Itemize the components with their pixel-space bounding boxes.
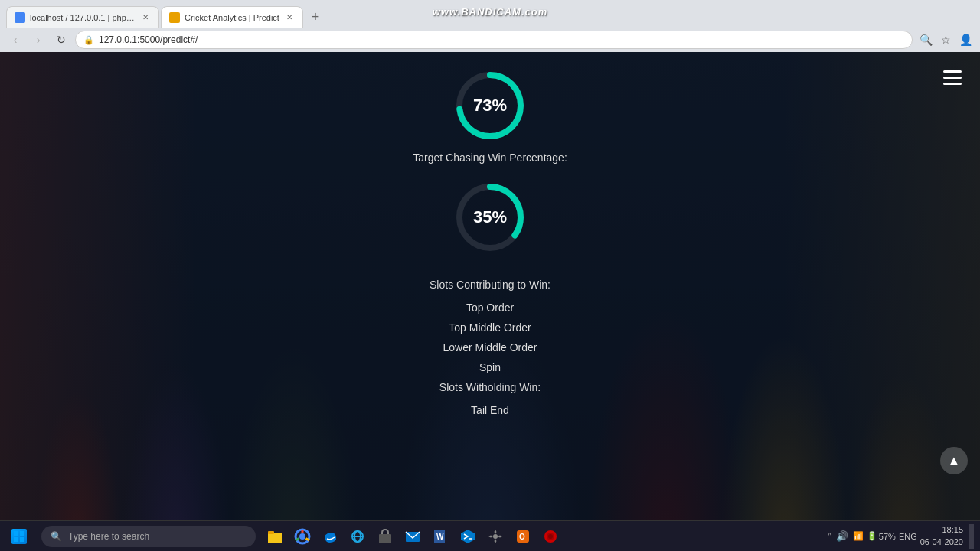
hamburger-menu[interactable] <box>937 64 968 91</box>
svg-rect-2 <box>14 537 18 542</box>
cricket-tab-label: Cricket Analytics | Predict <box>185 13 279 22</box>
spin-item: Spin <box>479 361 501 373</box>
vscode-icon <box>459 528 476 545</box>
taskbar-search-text: Type here to search <box>68 531 149 542</box>
bandicam-watermark: www.BANDICAM.com <box>433 6 548 18</box>
svg-rect-3 <box>20 537 24 542</box>
windows-icon <box>11 529 27 544</box>
slots-witholding-label: Slots Witholding Win: <box>439 381 541 393</box>
store-icon <box>377 528 394 545</box>
taskbar-app-word[interactable]: W <box>427 523 453 549</box>
taskbar-app-orange[interactable]: O <box>510 523 536 549</box>
hamburger-line-2 <box>943 77 962 79</box>
forward-button[interactable]: › <box>29 31 47 49</box>
taskbar-app-mail[interactable] <box>400 523 426 549</box>
mail-icon <box>404 528 421 545</box>
lower-middle-order-item: Lower Middle Order <box>443 341 537 354</box>
phpmyadmin-tab-close[interactable]: ✕ <box>140 12 151 23</box>
taskbar-app-settings[interactable] <box>482 523 508 549</box>
svg-text:W: W <box>436 533 444 541</box>
url-bar[interactable]: 🔒 127.0.0.1:5000/predict#/ <box>75 31 913 49</box>
account-icon[interactable]: 👤 <box>957 31 974 48</box>
tab-phpmyadmin[interactable]: localhost / 127.0.0.1 | phpMyA... ✕ <box>6 6 159 28</box>
back-button[interactable]: ‹ <box>6 31 24 49</box>
slots-contributing-label: Slots Contributing to Win: <box>430 279 550 291</box>
taskbar-app-ie[interactable] <box>345 523 371 549</box>
tab-cricket-analytics[interactable]: Cricket Analytics | Predict ✕ <box>161 6 303 28</box>
language-indicator: ENG <box>899 532 917 541</box>
circle-73-percent: 73% <box>473 96 507 116</box>
search-icon[interactable]: 🔍 <box>917 31 934 48</box>
file-explorer-icon <box>266 528 283 545</box>
start-button[interactable] <box>0 521 38 551</box>
circle-35-percent: 35% <box>473 207 507 227</box>
phpmyadmin-tab-label: localhost / 127.0.0.1 | phpMyA... <box>30 13 136 22</box>
svg-rect-0 <box>14 531 18 536</box>
ie-icon <box>349 528 366 545</box>
reload-button[interactable]: ↻ <box>52 31 70 49</box>
circle-73-label: Target Chasing Win Percentage: <box>413 152 567 164</box>
taskbar-app-edge[interactable] <box>317 523 343 549</box>
svg-rect-1 <box>20 531 24 536</box>
chevron-icon[interactable]: ^ <box>828 532 831 540</box>
word-icon: W <box>432 528 449 545</box>
url-text: 127.0.0.1:5000/predict#/ <box>99 34 198 45</box>
svg-rect-4 <box>268 533 282 543</box>
bookmark-icon[interactable]: ☆ <box>937 31 954 48</box>
browser-chrome: www.BANDICAM.com localhost / 127.0.0.1 |… <box>0 0 980 52</box>
taskbar-app-store[interactable] <box>372 523 398 549</box>
taskbar-search[interactable]: 🔍 Type here to search <box>41 526 256 547</box>
network-icon: 📶 <box>853 531 864 541</box>
hamburger-line-1 <box>943 70 962 73</box>
main-content: 73% Target Chasing Win Percentage: 35% S… <box>0 52 980 520</box>
speakers-icon: 🔊 <box>836 530 848 542</box>
tail-end-item: Tail End <box>471 404 509 416</box>
battery-icon: 🔋 <box>867 531 877 541</box>
taskbar-right: ^ 🔊 📶 🔋 57% ENG 18:15 06-04-2020 <box>822 524 980 549</box>
search-magnifier-icon: 🔍 <box>51 531 62 542</box>
orange-app-icon: O <box>514 528 531 545</box>
new-tab-button[interactable]: + <box>305 6 326 28</box>
svg-point-7 <box>299 533 305 540</box>
taskbar-app-file-explorer[interactable] <box>262 523 288 549</box>
phpmyadmin-favicon <box>15 12 25 23</box>
circle-73-container: 73% <box>452 67 528 144</box>
lock-icon: 🔒 <box>83 35 94 45</box>
settings-icon <box>487 528 504 545</box>
svg-point-20 <box>493 534 498 539</box>
svg-rect-14 <box>379 534 391 543</box>
taskbar-app-chrome[interactable] <box>289 523 315 549</box>
address-bar-right: 🔍 ☆ 👤 <box>917 31 974 48</box>
top-order-item: Top Order <box>466 302 514 314</box>
edge-icon <box>322 528 338 545</box>
clock-date: 06-04-2020 <box>920 536 963 548</box>
central-content: 73% Target Chasing Win Percentage: 35% S… <box>0 52 980 424</box>
top-middle-order-item: Top Middle Order <box>449 321 531 334</box>
taskbar-app-vscode[interactable] <box>455 523 481 549</box>
taskbar: 🔍 Type here to search <box>0 520 980 551</box>
taskbar-apps: W O <box>259 523 822 549</box>
cricket-favicon <box>169 12 180 23</box>
scroll-top-button[interactable]: ▲ <box>940 447 968 474</box>
taskbar-app-red[interactable] <box>537 523 564 549</box>
show-desktop-button[interactable] <box>969 524 974 549</box>
notification-area: ^ 🔊 📶 <box>828 530 864 542</box>
cricket-tab-close[interactable]: ✕ <box>284 12 295 23</box>
clock-time: 18:15 <box>920 524 963 536</box>
address-bar: ‹ › ↻ 🔒 127.0.0.1:5000/predict#/ 🔍 ☆ 👤 <box>0 28 980 52</box>
chrome-icon <box>294 528 311 545</box>
hamburger-line-3 <box>943 83 962 85</box>
red-app-icon <box>542 528 559 545</box>
svg-rect-5 <box>268 531 274 534</box>
battery-percent: 57% <box>879 532 896 541</box>
circle-35-container: 35% <box>452 179 528 256</box>
taskbar-clock[interactable]: 18:15 06-04-2020 <box>920 524 963 548</box>
svg-text:O: O <box>519 533 525 541</box>
svg-point-25 <box>548 534 553 539</box>
battery-indicator: 🔋 57% <box>867 531 896 541</box>
windows-logo <box>14 531 24 542</box>
